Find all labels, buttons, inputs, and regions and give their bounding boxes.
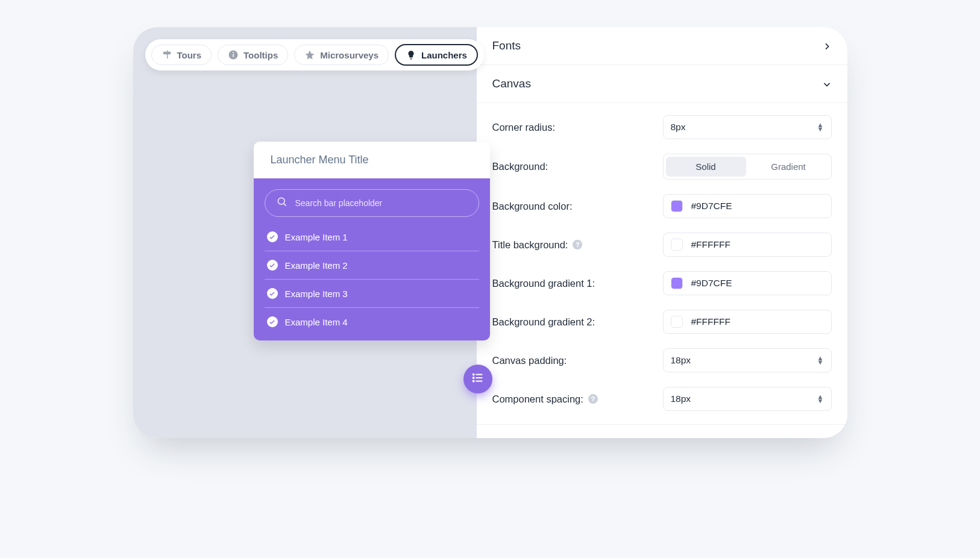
color-swatch bbox=[671, 239, 683, 251]
chevron-down-icon bbox=[822, 79, 832, 89]
stepper-arrows-icon[interactable]: ▲▼ bbox=[817, 123, 824, 131]
row-corner-radius: Corner radius: 8px ▲▼ bbox=[477, 108, 847, 146]
tab-tours[interactable]: Tours bbox=[151, 45, 212, 65]
section-title: Canvas bbox=[492, 77, 531, 90]
list-item-label: Example Item 1 bbox=[285, 232, 348, 242]
tab-label: Tours bbox=[177, 50, 202, 60]
title-bg-value: #FFFFFF bbox=[691, 239, 730, 250]
list-icon bbox=[471, 371, 485, 387]
list-item-label: Example Item 3 bbox=[285, 289, 348, 299]
spacing-label: Component spacing: ? bbox=[492, 393, 598, 405]
list-item[interactable]: Example Item 3 bbox=[265, 280, 479, 308]
stepper-arrows-icon[interactable]: ▲▼ bbox=[817, 356, 824, 364]
settings-pane: Fonts Canvas Corner radius: 8px ▲▼ Backg… bbox=[477, 27, 847, 438]
grad1-label: Background gradient 1: bbox=[492, 278, 595, 289]
section-canvas[interactable]: Canvas bbox=[477, 65, 847, 103]
preview-pane: Tours Tooltips Microsurveys Launchers bbox=[133, 27, 477, 438]
row-grad2: Background gradient 2: #FFFFFF bbox=[477, 303, 847, 341]
spacing-value: 18px bbox=[671, 393, 691, 404]
launcher-fab-button[interactable] bbox=[463, 365, 492, 393]
check-icon bbox=[267, 231, 278, 242]
svg-point-9 bbox=[473, 377, 474, 378]
grad2-value: #FFFFFF bbox=[691, 316, 730, 327]
lightbulb-icon bbox=[406, 49, 416, 60]
search-input[interactable]: Search bar placeholder bbox=[265, 189, 479, 217]
check-icon bbox=[267, 316, 278, 327]
corner-radius-stepper[interactable]: 8px ▲▼ bbox=[663, 115, 832, 139]
search-placeholder: Search bar placeholder bbox=[295, 198, 383, 208]
chevron-right-icon bbox=[822, 41, 832, 51]
section-title: Buttons bbox=[492, 437, 531, 438]
list-item-label: Example Item 2 bbox=[285, 260, 348, 271]
list-item[interactable]: Example Item 4 bbox=[265, 308, 479, 336]
list-item-label: Example Item 4 bbox=[285, 317, 348, 327]
background-label: Background: bbox=[492, 161, 548, 172]
signpost-icon bbox=[162, 49, 172, 60]
row-spacing: Component spacing: ? 18px ▲▼ bbox=[477, 380, 847, 418]
svg-point-2 bbox=[233, 52, 234, 53]
title-bg-label: Title background: ? bbox=[492, 239, 583, 251]
svg-point-10 bbox=[473, 381, 474, 382]
title-bg-input[interactable]: #FFFFFF bbox=[663, 233, 832, 257]
tab-launchers[interactable]: Launchers bbox=[395, 44, 478, 66]
corner-radius-label: Corner radius: bbox=[492, 122, 556, 133]
spacing-stepper[interactable]: 18px ▲▼ bbox=[663, 387, 832, 411]
section-title: Fonts bbox=[492, 39, 521, 52]
color-swatch bbox=[671, 277, 683, 289]
launcher-title: Launcher Menu Title bbox=[254, 142, 490, 178]
search-icon bbox=[276, 196, 288, 210]
section-buttons[interactable]: Buttons bbox=[477, 424, 847, 438]
tab-label: Launchers bbox=[421, 50, 467, 60]
launcher-body: Search bar placeholder Example Item 1 Ex… bbox=[254, 178, 490, 340]
grad1-value: #9D7CFE bbox=[691, 278, 732, 289]
tab-label: Tooltips bbox=[243, 50, 278, 60]
color-swatch bbox=[671, 200, 683, 212]
canvas-section-body: Corner radius: 8px ▲▼ Background: Solid … bbox=[477, 103, 847, 424]
row-bg-color: Background color: #9D7CFE bbox=[477, 187, 847, 225]
list-item[interactable]: Example Item 1 bbox=[265, 223, 479, 251]
stepper-arrows-icon[interactable]: ▲▼ bbox=[817, 395, 824, 403]
info-icon bbox=[228, 49, 239, 60]
app-card: Tours Tooltips Microsurveys Launchers bbox=[133, 27, 847, 438]
svg-line-4 bbox=[283, 204, 286, 206]
row-padding: Canvas padding: 18px ▲▼ bbox=[477, 341, 847, 380]
background-gradient-button[interactable]: Gradient bbox=[749, 157, 829, 177]
section-fonts[interactable]: Fonts bbox=[477, 27, 847, 65]
bg-color-input[interactable]: #9D7CFE bbox=[663, 194, 832, 218]
tab-bar: Tours Tooltips Microsurveys Launchers bbox=[145, 39, 484, 71]
corner-radius-value: 8px bbox=[671, 122, 686, 133]
tab-label: Microsurveys bbox=[320, 50, 378, 60]
tab-tooltips[interactable]: Tooltips bbox=[218, 45, 288, 65]
help-icon[interactable]: ? bbox=[588, 394, 598, 404]
svg-point-8 bbox=[473, 374, 474, 375]
padding-label: Canvas padding: bbox=[492, 355, 567, 366]
padding-value: 18px bbox=[671, 355, 691, 366]
row-grad1: Background gradient 1: #9D7CFE bbox=[477, 264, 847, 303]
check-icon bbox=[267, 260, 278, 271]
star-icon bbox=[304, 49, 315, 60]
grad2-label: Background gradient 2: bbox=[492, 316, 595, 328]
bg-color-value: #9D7CFE bbox=[691, 201, 732, 212]
check-icon bbox=[267, 288, 278, 299]
svg-point-3 bbox=[278, 198, 284, 204]
row-background: Background: Solid Gradient bbox=[477, 146, 847, 187]
svg-rect-1 bbox=[233, 54, 234, 57]
grad1-input[interactable]: #9D7CFE bbox=[663, 271, 832, 295]
grad2-input[interactable]: #FFFFFF bbox=[663, 310, 832, 334]
color-swatch bbox=[671, 316, 683, 328]
background-solid-button[interactable]: Solid bbox=[666, 157, 746, 177]
row-title-bg: Title background: ? #FFFFFF bbox=[477, 225, 847, 264]
tab-microsurveys[interactable]: Microsurveys bbox=[294, 45, 389, 65]
background-segmented: Solid Gradient bbox=[663, 154, 832, 180]
padding-stepper[interactable]: 18px ▲▼ bbox=[663, 348, 832, 372]
launcher-preview: Launcher Menu Title Search bar placehold… bbox=[254, 142, 490, 340]
help-icon[interactable]: ? bbox=[573, 240, 582, 249]
bg-color-label: Background color: bbox=[492, 201, 573, 212]
list-item[interactable]: Example Item 2 bbox=[265, 251, 479, 280]
